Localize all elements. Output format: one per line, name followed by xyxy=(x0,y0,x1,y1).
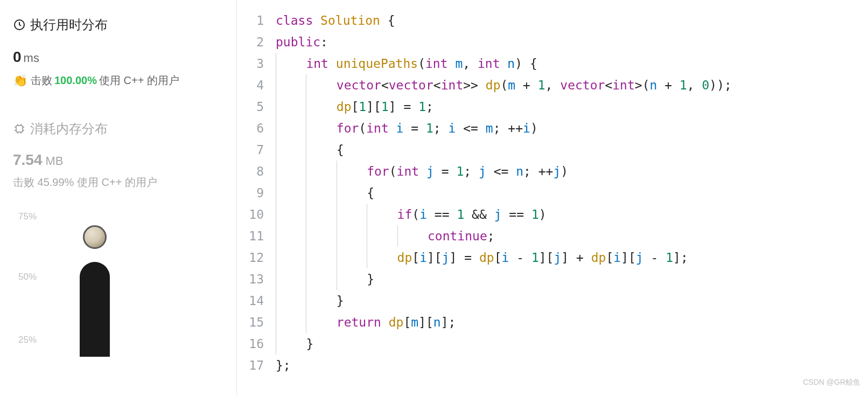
stats-panel: 执行用时分布 0ms 👏 击败 100.00% 使用 C++ 的用户 消耗内存分… xyxy=(0,0,237,395)
code-content[interactable]: } xyxy=(276,333,868,355)
code-content[interactable]: if(i == 1 && j == 1) xyxy=(276,204,868,225)
chart-bars xyxy=(51,217,223,357)
memory-beat-suffix: 使用 C++ 的用户 xyxy=(77,176,157,188)
code-line[interactable]: 12 dp[i][j] = dp[i - 1][j] + dp[i][j - 1… xyxy=(249,247,868,268)
runtime-beat-prefix: 击败 xyxy=(31,73,52,88)
code-content[interactable]: int uniquePaths(int m, int n) { xyxy=(276,53,868,74)
memory-beat-percent: 45.99% xyxy=(38,176,74,188)
line-number: 7 xyxy=(249,139,276,161)
line-number: 15 xyxy=(249,311,276,333)
line-number: 16 xyxy=(249,333,276,355)
runtime-beat-percent: 100.00% xyxy=(54,74,97,87)
line-number: 17 xyxy=(249,355,276,376)
code-content[interactable]: } xyxy=(276,290,868,311)
code-line[interactable]: 3 int uniquePaths(int m, int n) { xyxy=(249,53,868,74)
line-number: 5 xyxy=(249,96,276,117)
code-content[interactable]: class Solution { xyxy=(276,10,868,31)
line-number: 3 xyxy=(249,53,276,74)
code-line[interactable]: 17}; xyxy=(249,355,868,376)
code-content[interactable]: continue; xyxy=(276,225,868,247)
code-content[interactable]: }; xyxy=(276,355,868,376)
runtime-distribution-chart[interactable]: 75% 50% 25% xyxy=(18,217,223,357)
code-content[interactable]: { xyxy=(276,139,868,161)
memory-header-text: 消耗内存分布 xyxy=(30,120,108,137)
chart-y-axis: 75% 50% 25% xyxy=(18,217,45,357)
line-number: 13 xyxy=(249,268,276,290)
runtime-beat-suffix: 使用 C++ 的用户 xyxy=(99,73,179,88)
user-avatar-marker[interactable] xyxy=(83,225,107,249)
code-line[interactable]: 8 for(int j = 1; j <= n; ++j) xyxy=(249,161,868,182)
runtime-unit: ms xyxy=(24,51,39,65)
memory-number: 7.54 xyxy=(13,151,43,168)
line-number: 2 xyxy=(249,31,276,53)
line-number: 1 xyxy=(249,10,276,31)
runtime-header: 执行用时分布 xyxy=(13,16,223,33)
code-content[interactable]: public: xyxy=(276,31,868,53)
y-tick-50: 50% xyxy=(18,272,37,282)
code-content[interactable]: dp[i][j] = dp[i - 1][j] + dp[i][j - 1]; xyxy=(276,247,868,268)
code-line[interactable]: 16 } xyxy=(249,333,868,355)
code-content[interactable]: } xyxy=(276,268,868,290)
code-content[interactable]: for(int i = 1; i <= m; ++i) xyxy=(276,117,868,139)
code-line[interactable]: 10 if(i == 1 && j == 1) xyxy=(249,204,868,225)
line-number: 6 xyxy=(249,117,276,139)
runtime-value: 0ms xyxy=(13,48,223,66)
runtime-beat-line: 👏 击败 100.00% 使用 C++ 的用户 xyxy=(13,73,223,88)
code-editor[interactable]: 1class Solution {2public:3 int uniquePat… xyxy=(237,0,868,395)
line-number: 12 xyxy=(249,247,276,268)
code-line[interactable]: 1class Solution { xyxy=(249,10,868,31)
line-number: 10 xyxy=(249,204,276,225)
clap-icon: 👏 xyxy=(13,74,27,88)
line-number: 9 xyxy=(249,182,276,204)
code-line[interactable]: 15 return dp[m][n]; xyxy=(249,311,868,333)
code-line[interactable]: 5 dp[1][1] = 1; xyxy=(249,96,868,117)
code-line[interactable]: 9 { xyxy=(249,182,868,204)
line-number: 4 xyxy=(249,74,276,96)
line-number: 14 xyxy=(249,290,276,311)
code-content[interactable]: dp[1][1] = 1; xyxy=(276,96,868,117)
code-line[interactable]: 4 vector<vector<int>> dp(m + 1, vector<i… xyxy=(249,74,868,96)
y-tick-75: 75% xyxy=(18,211,37,222)
line-number: 8 xyxy=(249,161,276,182)
code-content[interactable]: return dp[m][n]; xyxy=(276,311,868,333)
memory-header: 消耗内存分布 xyxy=(13,120,223,137)
memory-beat-line: 击败 45.99% 使用 C++ 的用户 xyxy=(13,175,223,190)
code-line[interactable]: 2public: xyxy=(249,31,868,53)
code-content[interactable]: { xyxy=(276,182,868,204)
runtime-header-text: 执行用时分布 xyxy=(30,16,108,33)
clock-icon xyxy=(13,18,26,31)
code-content[interactable]: for(int j = 1; j <= n; ++j) xyxy=(276,161,868,182)
watermark-text: CSDN @GR鲸鱼 xyxy=(803,371,860,393)
memory-beat-prefix: 击败 xyxy=(13,176,34,188)
memory-unit: MB xyxy=(46,154,64,168)
svg-rect-1 xyxy=(16,126,23,132)
memory-value: 7.54MB xyxy=(13,151,223,169)
chip-icon xyxy=(13,122,26,135)
code-line[interactable]: 6 for(int i = 1; i <= m; ++i) xyxy=(249,117,868,139)
chart-bar-0[interactable] xyxy=(80,262,110,357)
runtime-number: 0 xyxy=(13,48,22,65)
code-line[interactable]: 14 } xyxy=(249,290,868,311)
code-line[interactable]: 13 } xyxy=(249,268,868,290)
code-line[interactable]: 11 continue; xyxy=(249,225,868,247)
line-number: 11 xyxy=(249,225,276,247)
code-content[interactable]: vector<vector<int>> dp(m + 1, vector<int… xyxy=(276,74,868,96)
y-tick-25: 25% xyxy=(18,335,37,345)
code-line[interactable]: 7 { xyxy=(249,139,868,161)
